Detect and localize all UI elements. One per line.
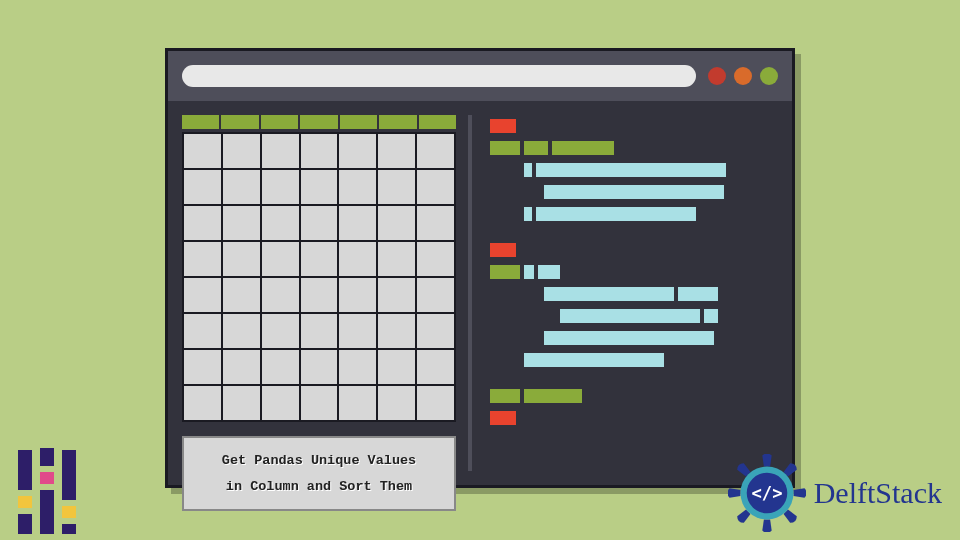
- titlebar: [168, 51, 792, 101]
- code-line: [490, 265, 778, 279]
- table-row: [182, 384, 456, 422]
- logo-bar: [62, 450, 76, 534]
- code-line: [544, 287, 778, 301]
- logo-bar: [18, 450, 32, 534]
- brand-logo: </> DelftStack: [728, 454, 942, 532]
- app-window: Get Pandas Unique Values in Column and S…: [165, 48, 795, 488]
- grid-body: [182, 132, 456, 422]
- grid-header: [182, 115, 456, 129]
- grid-header-cell: [379, 115, 416, 129]
- code-line: [544, 185, 778, 199]
- caption-line-1: Get Pandas Unique Values: [192, 448, 446, 474]
- code-line: [560, 309, 778, 323]
- grid-header-cell: [419, 115, 456, 129]
- url-bar[interactable]: [182, 65, 696, 87]
- caption-line-2: in Column and Sort Them: [192, 474, 446, 500]
- code-line: [490, 411, 778, 425]
- code-line: [490, 141, 778, 155]
- caption-box: Get Pandas Unique Values in Column and S…: [182, 436, 456, 511]
- code-line: [524, 163, 778, 177]
- close-icon[interactable]: [708, 67, 726, 85]
- code-blank: [490, 229, 778, 235]
- code-line: [524, 207, 778, 221]
- table-row: [182, 240, 456, 276]
- data-grid: [182, 115, 456, 422]
- code-blank: [490, 375, 778, 381]
- brand-name: DelftStack: [814, 476, 942, 510]
- grid-header-cell: [182, 115, 219, 129]
- table-row: [182, 348, 456, 384]
- code-line: [490, 243, 778, 257]
- left-pane: Get Pandas Unique Values in Column and S…: [168, 101, 468, 485]
- svg-text:</>: </>: [751, 483, 782, 503]
- window-controls: [708, 67, 778, 85]
- maximize-icon[interactable]: [760, 67, 778, 85]
- table-row: [182, 312, 456, 348]
- grid-header-cell: [221, 115, 258, 129]
- minimize-icon[interactable]: [734, 67, 752, 85]
- window-body: Get Pandas Unique Values in Column and S…: [168, 101, 792, 485]
- grid-header-cell: [300, 115, 337, 129]
- table-row: [182, 168, 456, 204]
- left-logo: [18, 448, 76, 534]
- grid-header-cell: [261, 115, 298, 129]
- table-row: [182, 276, 456, 312]
- code-line: [490, 119, 778, 133]
- code-line: [544, 331, 778, 345]
- code-line: [490, 389, 778, 403]
- table-row: [182, 204, 456, 240]
- table-row: [182, 132, 456, 168]
- code-line: [524, 353, 778, 367]
- logo-bar: [40, 448, 54, 534]
- code-pane: [472, 101, 792, 485]
- grid-header-cell: [340, 115, 377, 129]
- gear-badge-icon: </>: [728, 454, 806, 532]
